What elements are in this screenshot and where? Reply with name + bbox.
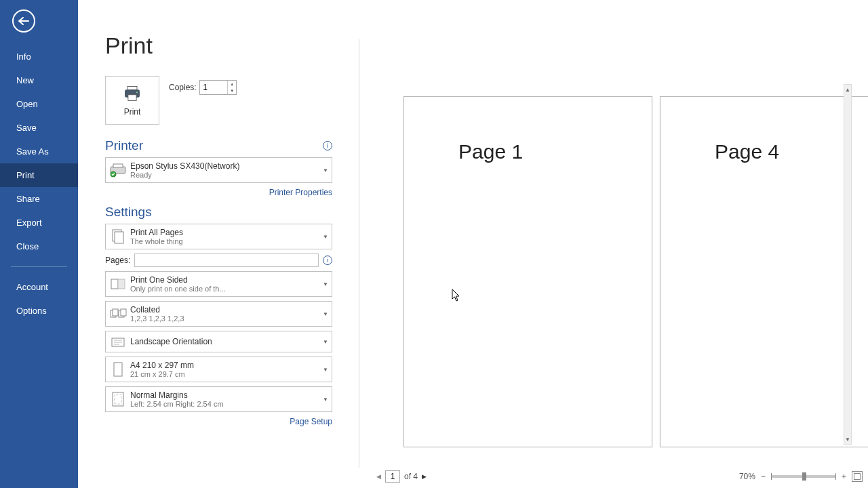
chevron-down-icon: ▼ xyxy=(319,311,332,317)
copies-label: Copies: xyxy=(169,83,197,92)
page-setup-link[interactable]: Page Setup xyxy=(290,417,332,426)
chevron-down-icon: ▼ xyxy=(319,234,332,240)
one-sided-icon xyxy=(106,272,130,296)
copies-input[interactable] xyxy=(200,81,227,94)
settings-heading: Settings xyxy=(105,205,152,220)
nav-close[interactable]: Close xyxy=(0,235,78,258)
margins-icon xyxy=(106,387,130,411)
print-range-selector[interactable]: Print All Pages The whole thing ▼ xyxy=(105,224,332,249)
arrow-left-icon xyxy=(18,16,30,26)
chevron-down-icon: ▼ xyxy=(319,396,332,403)
paper-size-selector[interactable]: A4 210 x 297 mm 21 cm x 29.7 cm ▼ xyxy=(105,357,332,382)
preview-page-right: Page 4 xyxy=(660,96,868,447)
pages-icon xyxy=(106,224,130,249)
nav-print[interactable]: Print xyxy=(0,163,78,187)
chevron-down-icon: ▼ xyxy=(319,367,332,373)
svg-point-3 xyxy=(136,92,138,93)
svg-rect-0 xyxy=(127,87,137,90)
print-controls: Print Copies: ▲▼ Printer i xyxy=(105,76,332,427)
printer-status: Ready xyxy=(130,171,319,179)
preview-page-right-label: Page 4 xyxy=(715,140,779,163)
print-button-label: Print xyxy=(124,107,141,117)
nav-info[interactable]: Info xyxy=(0,45,78,68)
svg-rect-5 xyxy=(113,164,123,167)
spinner-up-icon[interactable]: ▲ xyxy=(228,81,236,87)
scroll-up-icon[interactable]: ▲ xyxy=(844,85,851,94)
svg-rect-9 xyxy=(111,279,118,289)
paper-icon xyxy=(106,357,130,382)
nav-options[interactable]: Options xyxy=(0,299,78,323)
svg-rect-8 xyxy=(115,232,123,243)
nav-share[interactable]: Share xyxy=(0,187,78,211)
zoom-out-button[interactable]: − xyxy=(761,472,766,481)
printer-selector[interactable]: Epson Stylus SX430(Network) Ready ▼ xyxy=(105,157,332,183)
printer-device-icon xyxy=(106,158,130,182)
svg-rect-2 xyxy=(128,95,136,101)
zoom-in-button[interactable]: + xyxy=(842,472,846,481)
svg-rect-10 xyxy=(118,279,125,289)
current-page-input[interactable] xyxy=(385,470,400,483)
nav-save[interactable]: Save xyxy=(0,116,78,140)
collated-icon xyxy=(106,302,130,326)
chevron-down-icon: ▼ xyxy=(319,281,332,287)
page-title: Print xyxy=(105,33,868,59)
backstage-nav: Info New Open Save Save As Print Share E… xyxy=(0,0,78,488)
chevron-down-icon: ▼ xyxy=(319,167,332,174)
orientation-selector[interactable]: Landscape Orientation ▼ xyxy=(105,331,332,352)
landscape-icon xyxy=(106,331,130,352)
backstage-main: Print Print Copies: ▲▼ Printe xyxy=(78,0,868,488)
nav-new[interactable]: New xyxy=(0,68,78,92)
nav-save-as[interactable]: Save As xyxy=(0,140,78,163)
preview-footer: ◀ of 4 ▶ 70% − + xyxy=(376,469,863,484)
nav-open[interactable]: Open xyxy=(0,92,78,116)
zoom-level: 70% xyxy=(739,472,755,481)
back-button[interactable] xyxy=(12,9,35,33)
sided-selector[interactable]: Print One Sided Only print on one side o… xyxy=(105,271,332,297)
print-button[interactable]: Print xyxy=(105,76,159,125)
copies-spinner[interactable]: ▲▼ xyxy=(199,80,237,95)
chevron-down-icon: ▼ xyxy=(319,339,332,345)
cursor-icon xyxy=(452,289,461,302)
nav-export[interactable]: Export xyxy=(0,211,78,235)
prev-page-button[interactable]: ◀ xyxy=(376,473,381,480)
pages-label: Pages: xyxy=(105,256,130,265)
printer-properties-link[interactable]: Printer Properties xyxy=(269,188,332,197)
svg-rect-12 xyxy=(113,309,118,316)
info-icon[interactable]: i xyxy=(323,141,332,150)
nav-separator xyxy=(11,266,67,267)
svg-rect-14 xyxy=(121,309,126,316)
pages-input[interactable] xyxy=(134,253,319,267)
printer-heading: Printer xyxy=(105,138,143,153)
printer-name: Epson Stylus SX430(Network) xyxy=(130,161,319,171)
collate-selector[interactable]: Collated 1,2,3 1,2,3 1,2,3 ▼ xyxy=(105,301,332,327)
scroll-down-icon[interactable]: ▼ xyxy=(844,434,851,444)
nav-account[interactable]: Account xyxy=(0,275,78,299)
svg-rect-19 xyxy=(114,363,122,376)
info-icon[interactable]: i xyxy=(323,256,332,265)
preview-page-left-label: Page 1 xyxy=(458,140,523,163)
zoom-slider[interactable] xyxy=(771,475,836,478)
vertical-divider xyxy=(359,39,359,468)
fit-to-window-button[interactable] xyxy=(852,471,863,482)
print-preview: Page 1 Page 4 ▲ ▼ xyxy=(376,80,852,468)
preview-page-left: Page 1 xyxy=(403,96,652,447)
preview-scrollbar[interactable]: ▲ ▼ xyxy=(844,84,852,445)
page-count-label: of 4 xyxy=(404,472,418,481)
spinner-down-icon[interactable]: ▼ xyxy=(228,87,236,94)
next-page-button[interactable]: ▶ xyxy=(422,473,427,480)
printer-icon xyxy=(123,84,142,103)
margins-selector[interactable]: Normal Margins Left: 2.54 cm Right: 2.54… xyxy=(105,386,332,412)
